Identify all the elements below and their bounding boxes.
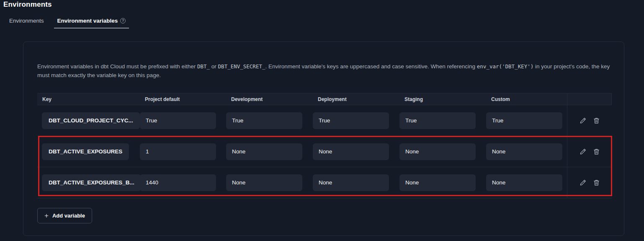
value-cell: None [313,167,399,198]
value-cell: True [399,105,486,136]
variable-value: 1440 [140,174,216,191]
variable-value: True [226,112,302,129]
plus-icon: + [44,212,49,219]
table-row: DBT_CLOUD_PROJECT_CYC... TrueTrueTrueTru… [37,105,612,136]
variable-value: None [486,143,562,160]
actions-column-header [567,93,612,105]
value-cell: True [486,105,567,136]
variable-value: None [226,174,302,191]
value-cell: None [313,136,399,167]
value-cell: None [226,136,313,167]
value-cell: None [399,167,486,198]
value-cell: None [399,136,486,167]
tab-label: Environment variables [57,18,118,24]
tab-environments[interactable]: Environments [9,18,44,28]
table-header-row: KeyProject defaultDevelopmentDeploymentS… [37,93,612,105]
edit-pencil-icon[interactable] [579,179,587,187]
description-text: or [210,63,218,70]
variable-value: 1 [140,143,216,160]
value-cell: None [486,136,567,167]
table-body: DBT_CLOUD_PROJECT_CYC... TrueTrueTrueTru… [37,105,612,198]
tab-label: Environments [9,18,44,24]
description: Environment variables in dbt Cloud must … [37,62,610,80]
help-icon[interactable]: ? [120,18,126,23]
value-cell: True [313,105,399,136]
column-header: Key [37,96,140,102]
variable-value: None [313,143,389,160]
variable-value: None [226,143,302,160]
tab-bar: Environments Environment variables ? [9,18,129,29]
description-text: Environment variables in dbt Cloud must … [37,63,197,70]
variable-value: None [486,174,562,191]
variable-value: None [313,174,389,191]
row-actions [567,105,612,136]
value-cell: None [486,167,567,198]
value-cell: True [140,105,226,136]
variable-key: DBT_ACTIVE_EXPOSURES [42,143,129,160]
variable-value: None [399,174,476,191]
variable-value: None [399,143,476,160]
edit-pencil-icon[interactable] [579,117,587,124]
description-text: . Environment variable's keys are upperc… [265,63,477,70]
variable-key: DBT_ACTIVE_EXPOSURES_B... [42,174,141,191]
variable-value: True [486,112,562,129]
code-snippet: env_var('DBT_KEY') [477,63,533,70]
add-variable-label: Add variable [52,212,85,219]
variables-table: KeyProject defaultDevelopmentDeploymentS… [37,93,612,198]
variable-key: DBT_CLOUD_PROJECT_CYC... [42,112,140,129]
value-cell: 1 [140,136,226,167]
table-row: DBT_ACTIVE_EXPOSURES_B... 1440NoneNoneNo… [37,167,612,198]
edit-pencil-icon[interactable] [579,148,587,155]
row-actions [567,167,612,198]
column-header: Custom [486,96,567,102]
table-row: DBT_ACTIVE_EXPOSURES 1NoneNoneNoneNone [37,136,612,167]
environment-variables-panel: Environment variables in dbt Cloud must … [23,41,624,236]
value-cell: None [226,167,313,198]
delete-trash-icon[interactable] [592,117,600,124]
variable-value: True [313,112,389,129]
value-cell: 1440 [140,167,226,198]
code-snippet: DBT_ [197,63,210,70]
add-variable-button[interactable]: + Add variable [37,208,92,223]
key-cell: DBT_ACTIVE_EXPOSURES [37,136,140,167]
column-header: Development [226,96,313,102]
value-cell: True [226,105,313,136]
delete-trash-icon[interactable] [592,148,600,155]
row-actions [567,136,612,167]
code-snippet: DBT_ENV_SECRET_ [218,63,265,70]
column-header: Deployment [313,96,399,102]
column-header: Project default [140,96,226,102]
variable-value: True [399,112,476,129]
column-header: Staging [399,96,486,102]
key-cell: DBT_CLOUD_PROJECT_CYC... [37,105,140,136]
delete-trash-icon[interactable] [592,179,600,187]
variable-value: True [140,112,216,129]
page-title: Environments [3,0,52,9]
tab-environment-variables[interactable]: Environment variables ? [54,18,129,29]
key-cell: DBT_ACTIVE_EXPOSURES_B... [37,167,140,198]
